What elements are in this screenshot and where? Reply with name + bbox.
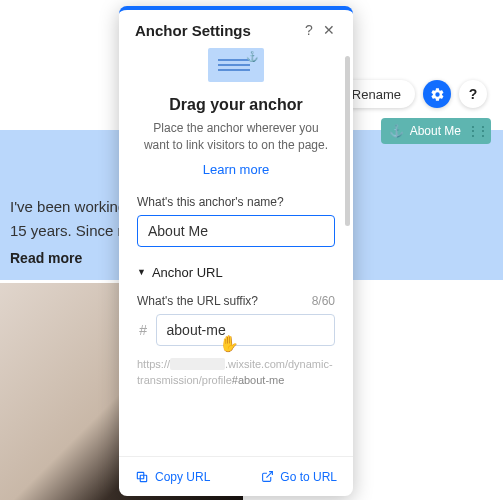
anchor-illustration-icon: ⚓ — [246, 51, 258, 62]
toolbar-help-button[interactable]: ? — [459, 80, 487, 108]
anchor-name-input[interactable] — [137, 215, 335, 247]
modal-heading: Drag your anchor — [137, 96, 335, 114]
learn-more-link[interactable]: Learn more — [137, 162, 335, 177]
body-line-2: 15 years. Since m — [10, 222, 130, 239]
body-line-1: I've been working — [10, 198, 126, 215]
read-more-link[interactable]: Read more — [10, 250, 82, 266]
goto-url-button[interactable]: Go to URL — [261, 470, 337, 484]
chevron-down-icon: ▼ — [137, 267, 146, 277]
anchor-tag-label: About Me — [410, 124, 461, 138]
settings-button[interactable] — [423, 80, 451, 108]
copy-url-button[interactable]: Copy URL — [135, 470, 210, 484]
body-text: I've been working 15 years. Since m — [10, 195, 130, 243]
anchor-element-tag[interactable]: ⚓ About Me ⋮⋮ — [381, 118, 491, 144]
modal-header: Anchor Settings ? ✕ — [119, 10, 353, 48]
url-fragment: #about-me — [232, 374, 285, 386]
anchor-illustration: ⚓ — [208, 48, 264, 82]
gear-icon — [430, 87, 445, 102]
anchor-settings-modal: Anchor Settings ? ✕ ⚓ Drag your anchor P… — [119, 6, 353, 496]
copy-icon — [135, 470, 149, 484]
external-link-icon — [261, 470, 274, 483]
suffix-field-label: What's the URL suffix? 8/60 — [137, 294, 335, 308]
element-toolbar: Rename ? — [338, 80, 487, 108]
drag-handle-icon[interactable]: ⋮⋮ — [467, 124, 487, 138]
copy-url-label: Copy URL — [155, 470, 210, 484]
anchor-icon: ⚓ — [389, 124, 404, 138]
goto-url-label: Go to URL — [280, 470, 337, 484]
section-label: Anchor URL — [152, 265, 223, 280]
modal-body: ⚓ Drag your anchor Place the anchor wher… — [119, 48, 353, 456]
anchor-url-section-toggle[interactable]: ▼ Anchor URL — [137, 265, 335, 280]
modal-subtext: Place the anchor wherever you want to li… — [137, 120, 335, 154]
name-field-label: What's this anchor's name? — [137, 195, 335, 209]
modal-title: Anchor Settings — [135, 22, 299, 39]
url-preview: https://xxxxxxxxxx.wixsite.com/dynamic-t… — [137, 356, 335, 389]
hash-prefix: # — [137, 322, 150, 338]
url-protocol: https:// — [137, 358, 170, 370]
url-blurred: xxxxxxxxxx — [170, 358, 225, 370]
modal-help-button[interactable]: ? — [299, 20, 319, 40]
modal-footer: Copy URL Go to URL — [119, 456, 353, 496]
suffix-label-text: What's the URL suffix? — [137, 294, 258, 308]
char-count: 8/60 — [312, 294, 335, 308]
suffix-row: # ✋ — [137, 314, 335, 346]
url-suffix-input[interactable] — [156, 314, 335, 346]
scrollbar-thumb[interactable] — [345, 56, 350, 226]
modal-close-button[interactable]: ✕ — [319, 20, 339, 40]
name-label-text: What's this anchor's name? — [137, 195, 284, 209]
svg-line-2 — [267, 472, 273, 478]
